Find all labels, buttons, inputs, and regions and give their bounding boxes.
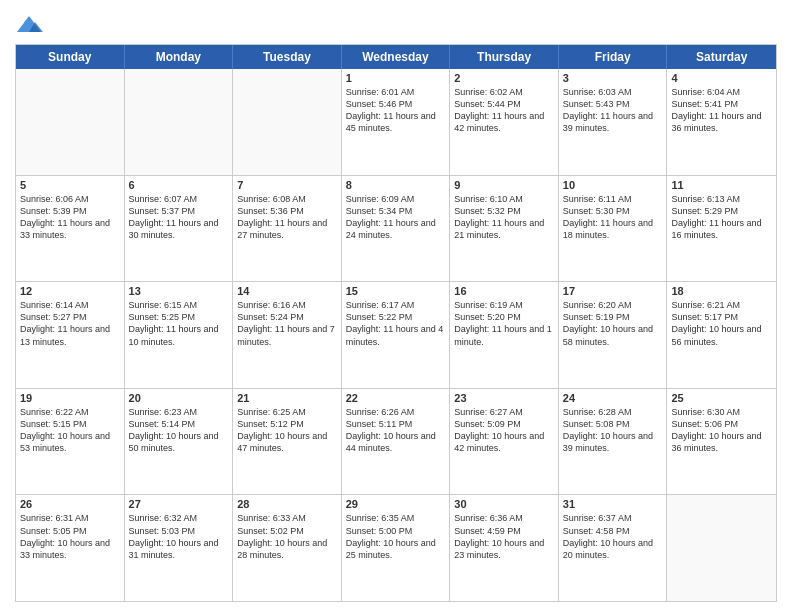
day-info: Sunrise: 6:30 AM Sunset: 5:06 PM Dayligh… (671, 406, 772, 455)
day-number: 9 (454, 179, 554, 191)
day-info: Sunrise: 6:14 AM Sunset: 5:27 PM Dayligh… (20, 299, 120, 348)
day-info: Sunrise: 6:36 AM Sunset: 4:59 PM Dayligh… (454, 512, 554, 561)
empty-cell (125, 69, 234, 175)
day-cell-22: 22Sunrise: 6:26 AM Sunset: 5:11 PM Dayli… (342, 389, 451, 495)
day-info: Sunrise: 6:07 AM Sunset: 5:37 PM Dayligh… (129, 193, 229, 242)
day-number: 17 (563, 285, 663, 297)
day-info: Sunrise: 6:37 AM Sunset: 4:58 PM Dayligh… (563, 512, 663, 561)
day-number: 6 (129, 179, 229, 191)
day-number: 23 (454, 392, 554, 404)
day-number: 19 (20, 392, 120, 404)
day-info: Sunrise: 6:27 AM Sunset: 5:09 PM Dayligh… (454, 406, 554, 455)
calendar-row-4: 19Sunrise: 6:22 AM Sunset: 5:15 PM Dayli… (16, 389, 776, 496)
day-cell-7: 7Sunrise: 6:08 AM Sunset: 5:36 PM Daylig… (233, 176, 342, 282)
day-info: Sunrise: 6:16 AM Sunset: 5:24 PM Dayligh… (237, 299, 337, 348)
day-number: 10 (563, 179, 663, 191)
day-info: Sunrise: 6:08 AM Sunset: 5:36 PM Dayligh… (237, 193, 337, 242)
day-cell-15: 15Sunrise: 6:17 AM Sunset: 5:22 PM Dayli… (342, 282, 451, 388)
day-info: Sunrise: 6:04 AM Sunset: 5:41 PM Dayligh… (671, 86, 772, 135)
empty-cell (16, 69, 125, 175)
day-info: Sunrise: 6:22 AM Sunset: 5:15 PM Dayligh… (20, 406, 120, 455)
day-cell-20: 20Sunrise: 6:23 AM Sunset: 5:14 PM Dayli… (125, 389, 234, 495)
calendar-row-3: 12Sunrise: 6:14 AM Sunset: 5:27 PM Dayli… (16, 282, 776, 389)
day-number: 21 (237, 392, 337, 404)
day-number: 22 (346, 392, 446, 404)
day-info: Sunrise: 6:28 AM Sunset: 5:08 PM Dayligh… (563, 406, 663, 455)
day-number: 14 (237, 285, 337, 297)
day-cell-10: 10Sunrise: 6:11 AM Sunset: 5:30 PM Dayli… (559, 176, 668, 282)
day-number: 13 (129, 285, 229, 297)
day-cell-11: 11Sunrise: 6:13 AM Sunset: 5:29 PM Dayli… (667, 176, 776, 282)
calendar-row-2: 5Sunrise: 6:06 AM Sunset: 5:39 PM Daylig… (16, 176, 776, 283)
day-number: 2 (454, 72, 554, 84)
day-cell-3: 3Sunrise: 6:03 AM Sunset: 5:43 PM Daylig… (559, 69, 668, 175)
day-info: Sunrise: 6:13 AM Sunset: 5:29 PM Dayligh… (671, 193, 772, 242)
calendar: SundayMondayTuesdayWednesdayThursdayFrid… (15, 44, 777, 602)
day-cell-28: 28Sunrise: 6:33 AM Sunset: 5:02 PM Dayli… (233, 495, 342, 601)
day-info: Sunrise: 6:33 AM Sunset: 5:02 PM Dayligh… (237, 512, 337, 561)
day-cell-9: 9Sunrise: 6:10 AM Sunset: 5:32 PM Daylig… (450, 176, 559, 282)
day-number: 27 (129, 498, 229, 510)
day-info: Sunrise: 6:03 AM Sunset: 5:43 PM Dayligh… (563, 86, 663, 135)
day-number: 30 (454, 498, 554, 510)
day-info: Sunrise: 6:21 AM Sunset: 5:17 PM Dayligh… (671, 299, 772, 348)
day-number: 20 (129, 392, 229, 404)
day-cell-17: 17Sunrise: 6:20 AM Sunset: 5:19 PM Dayli… (559, 282, 668, 388)
day-cell-19: 19Sunrise: 6:22 AM Sunset: 5:15 PM Dayli… (16, 389, 125, 495)
day-number: 8 (346, 179, 446, 191)
day-info: Sunrise: 6:25 AM Sunset: 5:12 PM Dayligh… (237, 406, 337, 455)
day-cell-6: 6Sunrise: 6:07 AM Sunset: 5:37 PM Daylig… (125, 176, 234, 282)
day-info: Sunrise: 6:01 AM Sunset: 5:46 PM Dayligh… (346, 86, 446, 135)
calendar-row-1: 1Sunrise: 6:01 AM Sunset: 5:46 PM Daylig… (16, 69, 776, 176)
day-cell-1: 1Sunrise: 6:01 AM Sunset: 5:46 PM Daylig… (342, 69, 451, 175)
day-info: Sunrise: 6:35 AM Sunset: 5:00 PM Dayligh… (346, 512, 446, 561)
day-cell-4: 4Sunrise: 6:04 AM Sunset: 5:41 PM Daylig… (667, 69, 776, 175)
day-number: 25 (671, 392, 772, 404)
day-cell-12: 12Sunrise: 6:14 AM Sunset: 5:27 PM Dayli… (16, 282, 125, 388)
day-number: 31 (563, 498, 663, 510)
day-info: Sunrise: 6:19 AM Sunset: 5:20 PM Dayligh… (454, 299, 554, 348)
day-info: Sunrise: 6:17 AM Sunset: 5:22 PM Dayligh… (346, 299, 446, 348)
day-cell-13: 13Sunrise: 6:15 AM Sunset: 5:25 PM Dayli… (125, 282, 234, 388)
day-info: Sunrise: 6:32 AM Sunset: 5:03 PM Dayligh… (129, 512, 229, 561)
day-header-friday: Friday (559, 45, 668, 69)
empty-cell (233, 69, 342, 175)
day-info: Sunrise: 6:06 AM Sunset: 5:39 PM Dayligh… (20, 193, 120, 242)
day-header-thursday: Thursday (450, 45, 559, 69)
day-number: 18 (671, 285, 772, 297)
day-info: Sunrise: 6:11 AM Sunset: 5:30 PM Dayligh… (563, 193, 663, 242)
day-header-tuesday: Tuesday (233, 45, 342, 69)
empty-cell (667, 495, 776, 601)
day-cell-26: 26Sunrise: 6:31 AM Sunset: 5:05 PM Dayli… (16, 495, 125, 601)
day-cell-14: 14Sunrise: 6:16 AM Sunset: 5:24 PM Dayli… (233, 282, 342, 388)
day-number: 4 (671, 72, 772, 84)
day-number: 28 (237, 498, 337, 510)
day-cell-16: 16Sunrise: 6:19 AM Sunset: 5:20 PM Dayli… (450, 282, 559, 388)
day-header-wednesday: Wednesday (342, 45, 451, 69)
day-number: 12 (20, 285, 120, 297)
day-number: 1 (346, 72, 446, 84)
day-cell-8: 8Sunrise: 6:09 AM Sunset: 5:34 PM Daylig… (342, 176, 451, 282)
day-cell-27: 27Sunrise: 6:32 AM Sunset: 5:03 PM Dayli… (125, 495, 234, 601)
day-number: 29 (346, 498, 446, 510)
day-number: 7 (237, 179, 337, 191)
logo-icon (15, 14, 43, 36)
day-info: Sunrise: 6:23 AM Sunset: 5:14 PM Dayligh… (129, 406, 229, 455)
day-cell-30: 30Sunrise: 6:36 AM Sunset: 4:59 PM Dayli… (450, 495, 559, 601)
day-info: Sunrise: 6:02 AM Sunset: 5:44 PM Dayligh… (454, 86, 554, 135)
day-info: Sunrise: 6:26 AM Sunset: 5:11 PM Dayligh… (346, 406, 446, 455)
day-header-saturday: Saturday (667, 45, 776, 69)
day-cell-5: 5Sunrise: 6:06 AM Sunset: 5:39 PM Daylig… (16, 176, 125, 282)
day-cell-2: 2Sunrise: 6:02 AM Sunset: 5:44 PM Daylig… (450, 69, 559, 175)
logo (15, 14, 45, 36)
day-info: Sunrise: 6:15 AM Sunset: 5:25 PM Dayligh… (129, 299, 229, 348)
day-cell-18: 18Sunrise: 6:21 AM Sunset: 5:17 PM Dayli… (667, 282, 776, 388)
day-info: Sunrise: 6:20 AM Sunset: 5:19 PM Dayligh… (563, 299, 663, 348)
day-number: 3 (563, 72, 663, 84)
day-number: 15 (346, 285, 446, 297)
calendar-row-5: 26Sunrise: 6:31 AM Sunset: 5:05 PM Dayli… (16, 495, 776, 601)
page-header (15, 10, 777, 36)
day-header-monday: Monday (125, 45, 234, 69)
day-header-sunday: Sunday (16, 45, 125, 69)
day-cell-24: 24Sunrise: 6:28 AM Sunset: 5:08 PM Dayli… (559, 389, 668, 495)
